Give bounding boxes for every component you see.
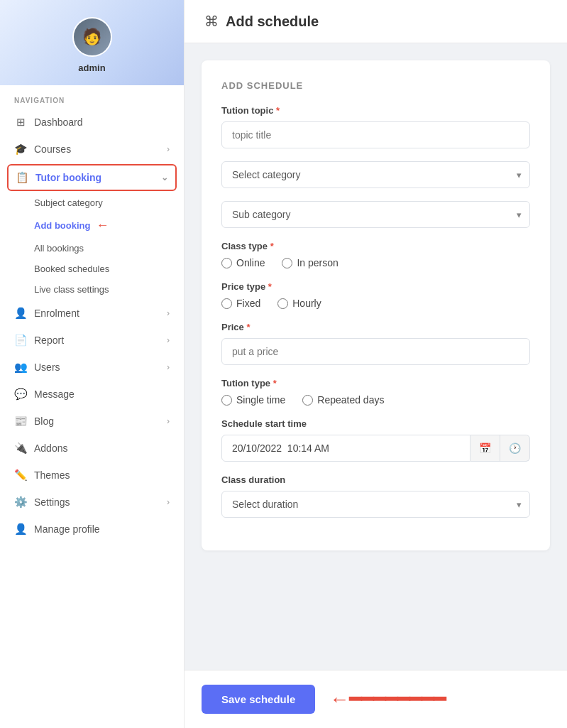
chevron-right-icon: ›	[167, 416, 170, 426]
submenu-item-all-bookings[interactable]: All bookings	[34, 238, 184, 259]
settings-icon: ⚙️	[14, 496, 27, 509]
addons-icon: 🔌	[14, 442, 27, 455]
class-duration-group: Class duration Select duration ▾	[221, 474, 530, 518]
enrolment-icon: 👤	[14, 307, 27, 320]
tution-topic-group: Tution topic *	[221, 105, 530, 148]
clock-icon-button[interactable]: 🕐	[500, 435, 530, 462]
price-type-fixed-option[interactable]: Fixed	[221, 298, 260, 309]
price-label: Price *	[221, 322, 530, 332]
subcategory-select-wrapper: Sub category ▾	[221, 201, 530, 228]
schedule-start-group: Schedule start time 📅 🕐	[221, 418, 530, 462]
chevron-right-icon: ›	[167, 308, 170, 318]
subcategory-group: Sub category ▾	[221, 201, 530, 228]
tution-type-repeated-option[interactable]: Repeated days	[302, 394, 384, 406]
sidebar-item-label: Blog	[34, 415, 160, 427]
class-duration-select[interactable]: Select duration	[221, 491, 530, 518]
sidebar-item-label: Dashboard	[34, 116, 170, 128]
sidebar-item-label: Report	[34, 335, 160, 346]
price-type-hourly-radio[interactable]	[277, 298, 288, 309]
price-group: Price *	[221, 322, 530, 365]
price-input[interactable]	[221, 338, 530, 365]
chevron-down-icon: ⌄	[161, 173, 168, 183]
sidebar-item-message[interactable]: 💬 Message	[0, 381, 184, 408]
category-group: Select category ▾	[221, 161, 530, 188]
report-icon: 📄	[14, 334, 27, 347]
tution-type-single-radio[interactable]	[221, 395, 232, 406]
avatar-image: 🧑	[74, 18, 111, 55]
sidebar-item-label: Message	[34, 389, 170, 400]
class-type-label: Class type *	[221, 241, 530, 251]
class-type-online-radio[interactable]	[221, 258, 232, 268]
chevron-right-icon: ›	[167, 497, 170, 507]
form-section-title: ADD SCHEDULE	[221, 80, 530, 91]
class-type-radio-group: Online In person	[221, 257, 530, 268]
class-duration-label: Class duration	[221, 474, 530, 485]
sidebar-item-manage-profile[interactable]: 👤 Manage profile	[0, 516, 184, 543]
users-icon: 👥	[14, 361, 27, 374]
submenu-item-subject-category[interactable]: Subject category	[34, 192, 184, 213]
content-area: ADD SCHEDULE Tution topic * Select categ…	[185, 43, 567, 670]
submenu-item-live-class-settings[interactable]: Live class settings	[34, 279, 184, 300]
sidebar-item-dashboard[interactable]: ⊞ Dashboard	[0, 109, 184, 136]
manage-profile-icon: 👤	[14, 523, 27, 536]
class-type-in-person-option[interactable]: In person	[282, 257, 338, 268]
form-card: ADD SCHEDULE Tution topic * Select categ…	[202, 60, 550, 550]
class-type-group: Class type * Online In person	[221, 241, 530, 268]
save-schedule-button[interactable]: Save schedule	[202, 685, 315, 714]
courses-icon: 🎓	[14, 143, 27, 156]
sidebar-item-addons[interactable]: 🔌 Addons	[0, 435, 184, 462]
class-type-online-option[interactable]: Online	[221, 257, 265, 268]
sidebar-item-label: Manage profile	[34, 523, 170, 535]
blog-icon: 📰	[14, 415, 27, 428]
tution-type-radio-group: Single time Repeated days	[221, 394, 530, 406]
tution-type-label: Tution type *	[221, 378, 530, 389]
admin-name: admin	[78, 63, 105, 73]
tutor-booking-icon: 📋	[16, 171, 28, 184]
sidebar-item-blog[interactable]: 📰 Blog ›	[0, 408, 184, 435]
price-type-hourly-option[interactable]: Hourly	[277, 298, 321, 309]
category-select-wrapper: Select category ▾	[221, 161, 530, 188]
dashboard-icon: ⊞	[14, 116, 27, 129]
submenu-item-booked-schedules[interactable]: Booked schedules	[34, 259, 184, 279]
tution-type-single-option[interactable]: Single time	[221, 394, 285, 406]
avatar: 🧑	[72, 17, 112, 57]
tutor-booking-submenu: Subject category Add booking ← All booki…	[0, 192, 184, 300]
tution-type-repeated-radio[interactable]	[302, 395, 313, 406]
required-star: *	[276, 105, 280, 116]
save-arrow-indicator: ←━━━━━━━━	[329, 688, 446, 711]
sidebar-item-enrolment[interactable]: 👤 Enrolment ›	[0, 300, 184, 327]
price-type-group: Price type * Fixed Hourly	[221, 281, 530, 309]
save-section: Save schedule ←━━━━━━━━	[185, 670, 567, 728]
sidebar-item-users[interactable]: 👥 Users ›	[0, 354, 184, 381]
price-type-fixed-radio[interactable]	[221, 298, 232, 309]
sidebar-item-settings[interactable]: ⚙️ Settings ›	[0, 489, 184, 516]
sidebar-item-report[interactable]: 📄 Report ›	[0, 327, 184, 354]
red-arrow-icon: ←	[96, 218, 109, 233]
calendar-icon-button[interactable]: 📅	[470, 435, 500, 462]
price-type-radio-group: Fixed Hourly	[221, 298, 530, 309]
schedule-start-label: Schedule start time	[221, 418, 530, 429]
page-header: ⌘ Add schedule	[185, 0, 567, 43]
tution-topic-input[interactable]	[221, 121, 530, 148]
chevron-right-icon: ›	[167, 335, 170, 345]
chevron-right-icon: ›	[167, 144, 170, 154]
sidebar-item-tutor-booking[interactable]: 📋 Tutor booking ⌄	[7, 164, 177, 191]
subcategory-select[interactable]: Sub category	[221, 201, 530, 228]
sidebar-item-themes[interactable]: ✏️ Themes	[0, 462, 184, 489]
class-type-in-person-radio[interactable]	[282, 258, 292, 268]
sidebar: 🧑 admin NAVIGATION ⊞ Dashboard 🎓 Courses…	[0, 0, 185, 728]
sidebar-item-courses[interactable]: 🎓 Courses ›	[0, 136, 184, 163]
sidebar-item-label: Themes	[34, 469, 170, 481]
submenu-item-add-booking[interactable]: Add booking ←	[34, 213, 184, 238]
tution-topic-label: Tution topic *	[221, 105, 530, 116]
sidebar-item-label: Addons	[34, 442, 170, 454]
themes-icon: ✏️	[14, 469, 27, 482]
schedule-start-input[interactable]	[221, 435, 470, 462]
class-duration-select-wrapper: Select duration ▾	[221, 491, 530, 518]
chevron-right-icon: ›	[167, 362, 170, 372]
sidebar-item-label: Settings	[34, 496, 160, 508]
nav-section-label: NAVIGATION	[0, 85, 184, 109]
sidebar-item-label: Courses	[34, 143, 160, 155]
category-select[interactable]: Select category	[221, 161, 530, 188]
add-schedule-icon: ⌘	[204, 13, 219, 30]
